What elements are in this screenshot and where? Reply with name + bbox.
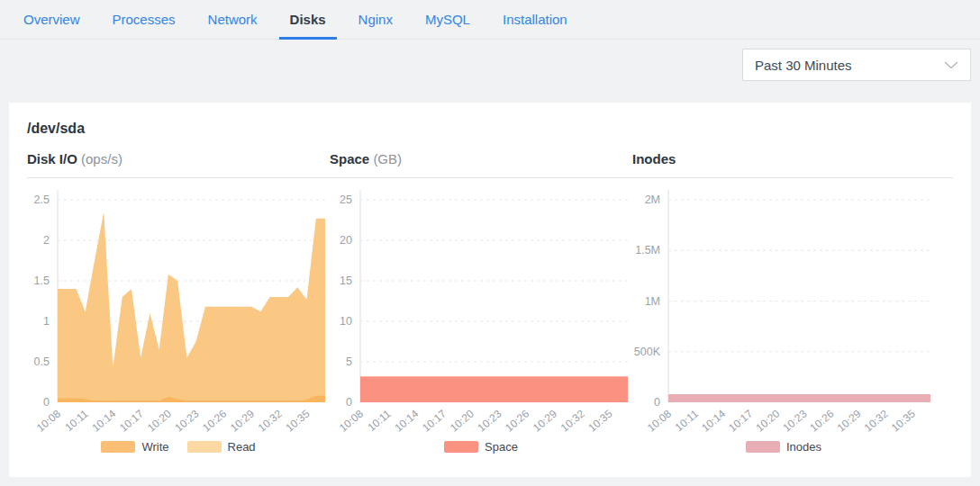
chart-headers: Disk I/O (ops/s) Space (GB) Inodes (27, 150, 953, 168)
y-axis-label: 5 (346, 356, 352, 368)
x-axis-label: 10:35 (283, 407, 312, 434)
legend-item-write[interactable]: Write (101, 440, 168, 454)
space-legend: Space (330, 439, 632, 454)
y-axis-label: 0 (346, 396, 352, 409)
x-axis-label: 10:26 (503, 407, 531, 434)
x-axis-label: 10:29 (531, 407, 559, 434)
tab-label: Installation (503, 12, 567, 27)
x-axis-label: 10:32 (558, 407, 587, 434)
y-axis-label: 2 (43, 234, 50, 247)
tab-disks[interactable]: Disks (279, 0, 337, 39)
tab-label: Network (208, 12, 258, 27)
y-axis-label: 2M (645, 194, 660, 206)
chart-title-unit: (ops/s) (81, 151, 122, 166)
legend-item-inodes[interactable]: Inodes (746, 440, 821, 454)
chart-title-space: Space (GB) (330, 150, 632, 168)
legend-label: Inodes (786, 440, 821, 454)
chevron-down-icon (944, 61, 958, 69)
tab-installation[interactable]: Installation (492, 0, 578, 39)
x-axis-label: 10:17 (117, 407, 146, 434)
x-axis-label: 10:11 (62, 407, 91, 434)
legend-item-read[interactable]: Read (187, 440, 256, 454)
y-axis-label: 0 (43, 396, 50, 409)
x-axis-label: 10:26 (200, 407, 229, 434)
disk-io-legend: WriteRead (27, 439, 330, 454)
tab-label: Disks (290, 12, 326, 27)
tab-label: Processes (113, 12, 176, 27)
chart-title-unit: (GB) (373, 151, 402, 166)
legend-swatch (187, 441, 222, 453)
time-range-select[interactable]: Past 30 Minutes (742, 49, 971, 81)
tab-mysql[interactable]: MySQL (414, 0, 481, 39)
x-axis-label: 10:23 (780, 407, 809, 434)
disk-io-chart: 00.511.522.510:0810:1110:1410:1710:2010:… (27, 178, 330, 454)
tab-overview[interactable]: Overview (13, 0, 91, 39)
x-axis-label: 10:14 (392, 407, 421, 434)
y-axis-label: 500K (634, 346, 661, 358)
space-chart-plot[interactable]: 051015202510:0810:1110:1410:1710:2010:23… (330, 178, 632, 437)
tab-processes[interactable]: Processes (102, 0, 186, 39)
charts-row: 00.511.522.510:0810:1110:1410:1710:2010:… (27, 178, 953, 454)
x-axis-label: 10:29 (835, 407, 864, 434)
x-axis-label: 10:35 (889, 407, 918, 434)
y-axis-label: 10 (340, 315, 352, 328)
inodes-legend: Inodes (632, 439, 935, 454)
tab-label: MySQL (425, 12, 470, 27)
legend-label: Write (141, 440, 168, 454)
chart-title-text: Disk I/O (27, 151, 77, 166)
tab-nginx[interactable]: Nginx (348, 0, 404, 39)
chart-title-text: Space (330, 151, 369, 166)
time-range-value: Past 30 Minutes (755, 58, 852, 73)
panel-title: /dev/sda (27, 119, 953, 139)
space-chart: 051015202510:0810:1110:1410:1710:2010:23… (330, 178, 632, 454)
y-axis-label: 20 (340, 234, 352, 247)
x-axis-label: 10:11 (365, 407, 394, 434)
disk-panel: /dev/sda Disk I/O (ops/s) Space (GB) Ino… (9, 103, 971, 477)
x-axis-label: 10:23 (476, 407, 504, 434)
chart-title-text: Inodes (632, 151, 676, 166)
tab-network[interactable]: Network (197, 0, 268, 39)
y-axis-label: 0 (654, 396, 660, 409)
x-axis-label: 10:26 (808, 407, 837, 434)
legend-item-space[interactable]: Space (444, 440, 518, 454)
series-area-inodes (668, 394, 930, 402)
inodes-chart: 0500K1M1.5M2M10:0810:1110:1410:1710:2010… (632, 178, 935, 454)
y-axis-label: 15 (340, 274, 352, 287)
x-axis-label: 10:29 (228, 407, 257, 434)
legend-swatch (746, 441, 780, 453)
disk-io-chart-plot[interactable]: 00.511.522.510:0810:1110:1410:1710:2010:… (27, 178, 330, 437)
x-axis-label: 10:20 (753, 407, 782, 434)
chart-title-inodes: Inodes (632, 150, 935, 168)
chart-title-disk-io: Disk I/O (ops/s) (27, 150, 330, 168)
x-axis-label: 10:08 (337, 407, 366, 434)
x-axis-label: 10:32 (862, 407, 891, 434)
tab-bar: Overview Processes Network Disks Nginx M… (0, 0, 980, 40)
y-axis-label: 1.5 (34, 274, 50, 287)
x-axis-label: 10:14 (89, 407, 118, 434)
tab-label: Nginx (358, 12, 393, 27)
x-axis-label: 10:11 (673, 407, 702, 434)
legend-swatch (444, 441, 478, 453)
legend-label: Space (485, 440, 518, 454)
legend-swatch (101, 441, 135, 453)
controls-row: Past 30 Minutes (0, 40, 980, 103)
x-axis-label: 10:08 (645, 407, 674, 434)
y-axis-label: 0.5 (34, 356, 50, 368)
series-area-space (360, 376, 628, 402)
x-axis-label: 10:20 (145, 407, 174, 434)
x-axis-label: 10:32 (256, 407, 285, 434)
x-axis-label: 10:08 (34, 407, 63, 434)
y-axis-label: 25 (340, 194, 352, 206)
x-axis-label: 10:35 (585, 407, 614, 434)
x-axis-label: 10:14 (699, 407, 728, 434)
y-axis-label: 1 (43, 315, 50, 328)
inodes-chart-plot[interactable]: 0500K1M1.5M2M10:0810:1110:1410:1710:2010… (632, 178, 935, 437)
y-axis-label: 2.5 (34, 194, 50, 206)
x-axis-label: 10:17 (420, 407, 449, 434)
x-axis-label: 10:17 (726, 407, 755, 434)
x-axis-label: 10:23 (173, 407, 202, 434)
y-axis-label: 1.5M (635, 244, 660, 256)
tab-label: Overview (23, 12, 80, 27)
legend-label: Read (228, 440, 256, 454)
x-axis-label: 10:20 (448, 407, 476, 434)
